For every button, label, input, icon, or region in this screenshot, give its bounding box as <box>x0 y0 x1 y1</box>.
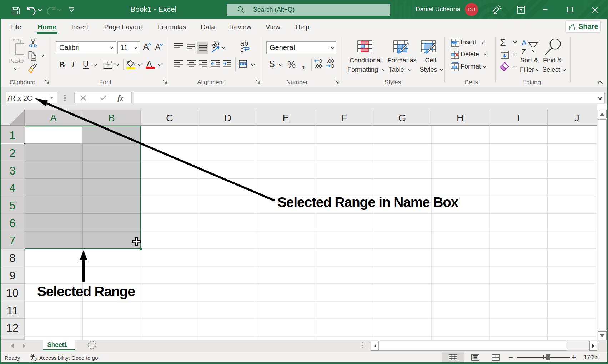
svg-text:Z: Z <box>522 48 526 56</box>
svg-text:A: A <box>522 39 527 47</box>
